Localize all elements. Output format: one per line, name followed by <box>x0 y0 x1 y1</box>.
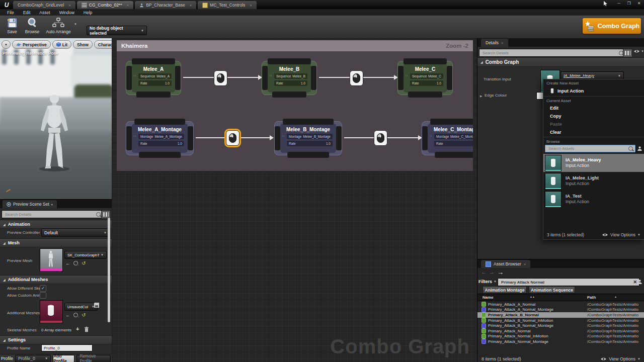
history-back-icon[interactable]: ← <box>481 269 487 275</box>
tab-close-icon[interactable]: × <box>501 41 504 45</box>
asset-browser-search-box[interactable]: ✕ <box>498 278 639 286</box>
transition-mouse-icon[interactable] <box>374 130 387 146</box>
graph-node-melee-a-montage[interactable]: Melee_A_Montage ∷MontageMelee_A_Montage … <box>126 119 194 158</box>
asset-item-ia-test[interactable]: IA_TestInput Action <box>543 190 644 208</box>
asset-search-input[interactable] <box>547 146 628 151</box>
asset-row[interactable]: Primary_Attack_Normal_InMotion/ComboGrap… <box>477 334 644 339</box>
node-right-pin[interactable] <box>311 66 316 90</box>
menu-item-input-action[interactable]: Input Action <box>543 86 644 96</box>
person-filter-icon[interactable] <box>637 279 642 285</box>
tab-close-icon[interactable]: × <box>524 262 526 266</box>
node-left-pin[interactable] <box>398 66 404 90</box>
menu-asset[interactable]: Asset <box>35 10 54 15</box>
tab-cg-combo-02[interactable]: CG_Combo_02** × <box>77 1 133 9</box>
go-forward-icon[interactable]: → <box>497 268 504 276</box>
details-search-input[interactable] <box>481 50 619 56</box>
expand-icon[interactable]: ∷ <box>270 74 272 78</box>
expand-icon[interactable]: ∷ <box>134 134 136 138</box>
node-out-pin[interactable] <box>136 92 171 98</box>
auto-arrange-caret-icon[interactable]: ▼ <box>74 23 77 26</box>
allow-different-skeleton-checkbox[interactable]: ✓ <box>40 285 46 292</box>
combo-graph-canvas[interactable]: Combo Graph Khaimera Zoom -2 <box>112 38 477 362</box>
asset-row[interactable]: Primary_Attack_Normal/ComboGraphTests/An… <box>477 328 644 334</box>
node-left-pin[interactable] <box>275 126 280 150</box>
view-options-button[interactable]: View Options▼ <box>600 356 640 361</box>
preview-mesh-thumbnail[interactable] <box>40 248 63 272</box>
expand-icon[interactable]: ∷ <box>282 134 284 138</box>
filter-chip-animation-montage[interactable]: Animation Montage <box>482 286 527 294</box>
preview-scrollbar[interactable] <box>108 218 110 322</box>
node-left-pin[interactable] <box>126 126 132 150</box>
tab-combograph-gridlevel[interactable]: ComboGraph_GridLevel × <box>13 1 75 9</box>
asset-item-ia-melee-heavy[interactable]: IA_Melee_HeavyInput Action <box>543 154 644 172</box>
khaimera-graph-panel[interactable]: Khaimera Zoom -2 <box>117 40 473 171</box>
triangle-collapsed-icon[interactable]: ▶ <box>480 94 482 98</box>
person-filter-icon[interactable] <box>637 146 642 151</box>
node-left-pin[interactable] <box>262 66 268 90</box>
graph-node-melee-c[interactable]: Melee_C ∷SequenceMelee_C Rate1.0 <box>397 58 453 98</box>
edge-colour-swatch[interactable] <box>536 92 543 100</box>
minimize-button[interactable]: ─ <box>615 1 622 6</box>
graph-node-melee-c-montage[interactable]: Melee_C_Montage ∷MontageMelee_C_Montage … <box>422 119 473 158</box>
menu-item-clear[interactable]: Clear <box>543 128 644 136</box>
debug-object-dropdown[interactable]: No debug object selected ▼ <box>87 26 147 35</box>
sort-icons[interactable]: ▲▲ <box>530 295 535 298</box>
use-selected-arrow-icon[interactable]: ← <box>65 261 70 266</box>
view-options-button[interactable]: View Options▼ <box>602 232 640 237</box>
menu-edit[interactable]: Edit <box>19 10 35 15</box>
asset-item-ia-melee-light[interactable]: IA_Melee_LightInput Action <box>543 172 644 190</box>
tab-bp-character-base[interactable]: BP_Character_Base × <box>135 1 196 9</box>
character-button[interactable]: Character <box>94 40 112 49</box>
section-additional-meshes[interactable]: ◢Additional Meshes <box>0 275 115 284</box>
reset-icon[interactable]: ↺ <box>82 312 86 318</box>
viewport-options-button[interactable]: ▼ <box>2 40 11 49</box>
tab-mc-test-controls[interactable]: MC_Test_Controls × <box>198 1 257 9</box>
sort-icon[interactable]: ▲ <box>614 295 617 298</box>
browse-to-asset-icon[interactable] <box>73 313 78 317</box>
transition-mouse-icon[interactable] <box>350 70 363 86</box>
preview-mesh-dropdown[interactable]: SK_ComboGraphT▼ <box>64 251 107 259</box>
clear-search-icon[interactable]: ✕ <box>633 280 637 285</box>
filters-button[interactable]: Filters▼ <box>478 279 497 284</box>
node-right-pin[interactable] <box>447 66 452 90</box>
reset-icon[interactable]: ↺ <box>82 260 86 266</box>
tab-details[interactable]: Details× <box>481 39 508 47</box>
profile-name-input[interactable] <box>41 344 93 351</box>
asset-row[interactable]: Primary_Attack_A_Normal_Montage/ComboGra… <box>477 307 644 313</box>
asset-row-selected[interactable]: Primary_Attack_B_Normal/ComboGraphTests/… <box>477 312 644 318</box>
details-search-box[interactable] <box>479 49 626 57</box>
node-left-pin[interactable] <box>422 126 428 150</box>
tab-close-icon[interactable]: × <box>190 3 192 8</box>
graph-node-melee-a[interactable]: Melee_A ∷SequenceMelee_A Rate1.0 <box>126 58 181 98</box>
preview-controller-dropdown[interactable]: Default▼ <box>41 228 110 237</box>
node-in-pin[interactable] <box>132 58 175 64</box>
remove-profile-button[interactable]: Remove Profile <box>76 355 111 362</box>
graph-node-melee-b-montage[interactable]: Melee_B_Montage ∷MontageMelee_B_Montage … <box>274 119 342 158</box>
allow-custom-anim-checkbox[interactable] <box>40 292 46 299</box>
transition-mouse-icon-selected[interactable] <box>226 130 239 146</box>
column-view-button[interactable] <box>623 49 632 57</box>
node-out-pin[interactable] <box>272 92 306 98</box>
node-in-pin[interactable] <box>283 119 334 125</box>
node-out-pin[interactable] <box>139 152 181 158</box>
save-asset-icon[interactable] <box>94 302 100 308</box>
history-forward-icon[interactable]: → <box>489 269 495 275</box>
lit-button[interactable]: Lit <box>52 40 71 49</box>
tab-preview-scene-set[interactable]: Preview Scene Set ▾ <box>3 200 57 208</box>
expand-icon[interactable]: ∷ <box>134 74 136 78</box>
tab-close-icon[interactable]: × <box>250 3 252 8</box>
additional-mesh-thumbnail[interactable] <box>40 300 63 323</box>
node-right-pin[interactable] <box>336 126 342 150</box>
browse-to-asset-icon[interactable] <box>73 261 78 265</box>
close-button[interactable]: ✕ <box>635 1 642 6</box>
combo-graph-button[interactable]: Combo Graph <box>583 18 641 34</box>
show-button[interactable]: Show <box>73 40 93 49</box>
browse-button[interactable]: Browse <box>22 17 42 34</box>
node-left-pin[interactable] <box>126 66 132 90</box>
preview-search-box[interactable] <box>2 210 103 218</box>
column-name[interactable]: Name <box>482 295 494 300</box>
menu-help[interactable]: Help <box>79 10 96 15</box>
asset-row[interactable]: Primary_Attack_B_Normal_Montage/ComboGra… <box>477 323 644 328</box>
expand-icon[interactable]: ∷ <box>406 74 408 78</box>
node-out-pin[interactable] <box>287 152 330 158</box>
